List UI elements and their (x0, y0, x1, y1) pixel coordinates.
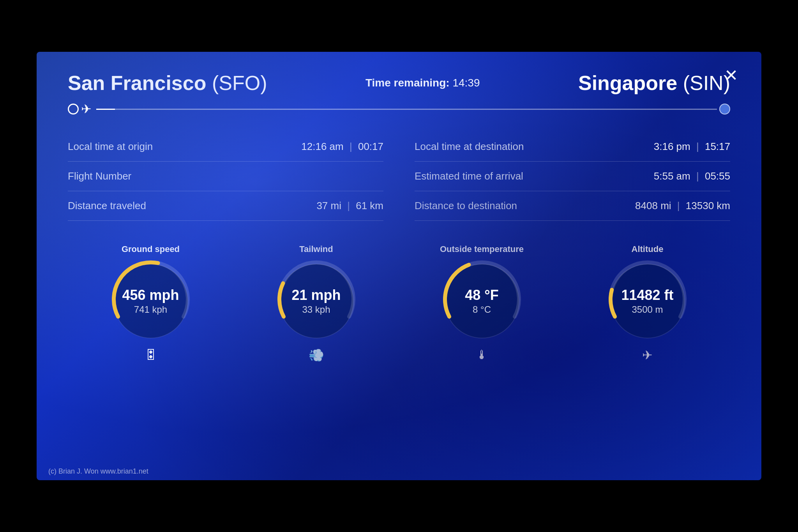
temperature-values: 48 °F 8 °C (465, 287, 498, 315)
origin-city: San Francisco (SFO) (68, 71, 267, 95)
dest-city-name: Singapore (578, 72, 677, 94)
distance-dest-value: 8408 mi | 13530 km (635, 200, 730, 212)
dest-time-label: Local time at destination (415, 141, 524, 153)
ground-speed-gauge: Ground speed 456 mph 741 kph 🎛 (108, 244, 194, 362)
header-row: San Francisco (SFO) Time remaining: 14:3… (68, 71, 730, 95)
progress-track (96, 109, 717, 110)
progress-fill (96, 109, 115, 110)
altitude-gauge: Altitude 11482 ft 3500 m ✈ (605, 244, 690, 363)
distance-dest-row: Distance to destination 8408 mi | 13530 … (415, 191, 730, 221)
temperature-secondary: 8 °C (465, 303, 498, 315)
distance-traveled-label: Distance traveled (68, 200, 146, 212)
flight-info-screen: ✕ San Francisco (SFO) Time remaining: 14… (37, 52, 761, 480)
origin-time-value: 12:16 am | 00:17 (301, 141, 383, 153)
time-remaining: Time remaining: 14:39 (365, 71, 480, 89)
origin-time-row: Local time at origin 12:16 am | 00:17 (68, 132, 383, 162)
altitude-circle: 11482 ft 3500 m (605, 258, 690, 344)
ground-speed-values: 456 mph 741 kph (122, 287, 179, 315)
ground-speed-secondary: 741 kph (122, 303, 179, 315)
tailwind-values: 21 mph 33 kph (291, 287, 341, 315)
dest-time-value: 3:16 pm | 15:17 (654, 141, 730, 153)
watermark: (c) Brian J. Won www.brian1.net (48, 467, 148, 476)
flight-number-label: Flight Number (68, 170, 131, 182)
temperature-primary: 48 °F (465, 287, 498, 303)
altitude-primary: 11482 ft (621, 287, 673, 303)
eta-label: Estimated time of arrival (415, 170, 523, 182)
speedometer-icon: 🎛 (145, 348, 157, 362)
distance-traveled-row: Distance traveled 37 mi | 61 km (68, 191, 383, 221)
altitude-secondary: 3500 m (621, 303, 673, 315)
time-remaining-label: Time remaining: (365, 77, 450, 89)
flight-number-row: Flight Number (68, 162, 383, 191)
distance-dest-label: Distance to destination (415, 200, 517, 212)
altitude-values: 11482 ft 3500 m (621, 287, 673, 315)
origin-city-code: (SFO) (212, 72, 267, 94)
destination-dot (719, 104, 730, 115)
origin-time-label: Local time at origin (68, 141, 153, 153)
plane-icon: ✈ (81, 102, 92, 116)
info-left-col: Local time at origin 12:16 am | 00:17 Fl… (68, 132, 383, 221)
airplane-altitude-icon: ✈ (642, 348, 653, 363)
temperature-gauge: Outside temperature 48 °F 8 °C 🌡 (439, 244, 525, 362)
wind-icon: 💨 (309, 348, 324, 363)
dest-city-code: (SIN) (683, 72, 730, 94)
temperature-circle: 48 °F 8 °C (439, 258, 525, 344)
tailwind-secondary: 33 kph (291, 303, 341, 315)
ground-speed-primary: 456 mph (122, 287, 179, 303)
altitude-title: Altitude (632, 244, 664, 254)
ground-speed-title: Ground speed (122, 244, 180, 254)
tailwind-title: Tailwind (299, 244, 333, 254)
distance-traveled-value: 37 mi | 61 km (316, 200, 383, 212)
dest-time-row: Local time at destination 3:16 pm | 15:1… (415, 132, 730, 162)
close-button[interactable]: ✕ (724, 66, 738, 85)
flight-progress-bar: ✈ (68, 102, 730, 116)
info-right-col: Local time at destination 3:16 pm | 15:1… (415, 132, 730, 221)
tailwind-primary: 21 mph (291, 287, 341, 303)
eta-row: Estimated time of arrival 5:55 am | 05:5… (415, 162, 730, 191)
gauges-section: Ground speed 456 mph 741 kph 🎛 Tailw (68, 240, 730, 363)
eta-value: 5:55 am | 05:55 (654, 170, 730, 182)
origin-dot (68, 104, 79, 115)
temperature-title: Outside temperature (440, 244, 524, 254)
destination-city: Singapore (SIN) (578, 71, 730, 95)
origin-city-name: San Francisco (68, 72, 206, 94)
tailwind-gauge: Tailwind 21 mph 33 kph 💨 (274, 244, 359, 363)
time-remaining-value: 14:39 (452, 77, 480, 89)
tailwind-circle: 21 mph 33 kph (274, 258, 359, 344)
info-grid: Local time at origin 12:16 am | 00:17 Fl… (68, 132, 730, 221)
ground-speed-circle: 456 mph 741 kph (108, 258, 194, 344)
thermometer-icon: 🌡 (476, 348, 488, 362)
